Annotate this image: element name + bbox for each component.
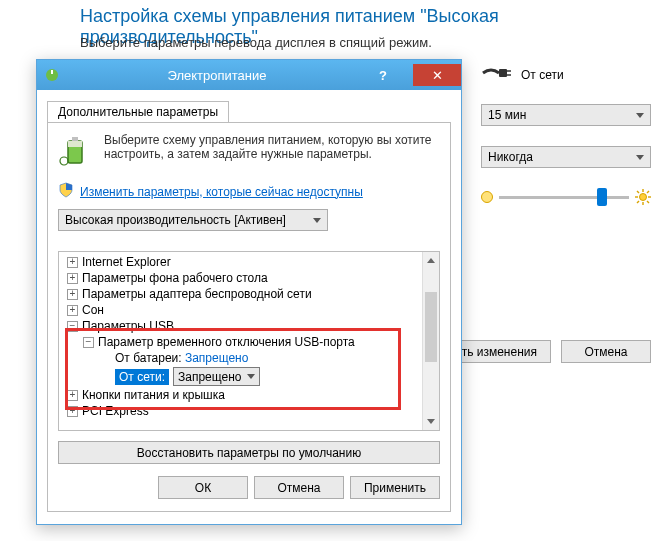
tree-item[interactable]: Параметры адаптера беспроводной сети (82, 287, 312, 301)
tree-scrollbar[interactable] (422, 252, 439, 430)
expander-plus[interactable]: + (67, 257, 78, 268)
scroll-up-button[interactable] (423, 252, 439, 269)
svg-rect-16 (68, 141, 82, 147)
settings-tree: +Internet Explorer +Параметры фона рабоч… (58, 251, 440, 431)
power-options-dialog: Электропитание ? ✕ Дополнительные параме… (36, 59, 462, 525)
scroll-down-button[interactable] (423, 413, 439, 430)
tree-item[interactable]: Параметры фона рабочего стола (82, 271, 268, 285)
tree-item[interactable]: PCI Express (82, 404, 149, 418)
cancel-page-button[interactable]: Отмена (561, 340, 651, 363)
svg-line-11 (637, 201, 639, 203)
power-scheme-combo[interactable]: Высокая производительность [Активен] (58, 209, 328, 231)
svg-rect-13 (51, 70, 53, 74)
svg-line-8 (637, 191, 639, 193)
tree-item[interactable]: Кнопки питания и крышка (82, 388, 225, 402)
battery-icon (58, 133, 94, 172)
svg-rect-0 (499, 69, 507, 77)
scroll-thumb[interactable] (425, 292, 437, 362)
power-source-text: От сети (521, 68, 564, 82)
dialog-titlebar: Электропитание ? ✕ (37, 60, 461, 90)
expander-plus[interactable]: + (67, 406, 78, 417)
expander-minus[interactable]: − (67, 321, 78, 332)
restore-defaults-button[interactable]: Восстановить параметры по умолчанию (58, 441, 440, 464)
dialog-intro: Выберите схему управления питанием, кото… (104, 133, 440, 172)
svg-rect-15 (72, 137, 78, 141)
plug-icon (481, 65, 513, 84)
svg-line-10 (647, 191, 649, 193)
plugged-in-label[interactable]: От сети: (115, 369, 169, 385)
brightness-high-icon (635, 189, 651, 205)
brightness-slider[interactable] (499, 188, 629, 206)
close-button[interactable]: ✕ (413, 64, 461, 86)
change-unavailable-link[interactable]: Изменить параметры, которые сейчас недос… (80, 185, 363, 199)
tree-item-usb[interactable]: Параметры USB (82, 319, 174, 333)
svg-point-3 (640, 194, 647, 201)
display-off-combo[interactable]: 15 мин (481, 104, 651, 126)
expander-plus[interactable]: + (67, 305, 78, 316)
ok-button[interactable]: ОК (158, 476, 248, 499)
expander-plus[interactable]: + (67, 390, 78, 401)
page-subtitle: Выберите параметры перевода дисплея в сп… (80, 35, 432, 50)
brightness-slider-row (481, 188, 651, 206)
tree-item[interactable]: Сон (82, 303, 104, 317)
brightness-thumb[interactable] (597, 188, 607, 206)
expander-plus[interactable]: + (67, 273, 78, 284)
on-battery-value[interactable]: Запрещено (185, 351, 248, 365)
apply-button[interactable]: Применить (350, 476, 440, 499)
on-battery-label[interactable]: От батареи: (115, 351, 182, 365)
cancel-button[interactable]: Отмена (254, 476, 344, 499)
plugged-in-value-combo[interactable]: Запрещено (173, 367, 260, 386)
tab-advanced[interactable]: Дополнительные параметры (47, 101, 229, 123)
sleep-after-combo[interactable]: Никогда (481, 146, 651, 168)
brightness-low-icon (481, 191, 493, 203)
tree-item[interactable]: Internet Explorer (82, 255, 171, 269)
expander-minus[interactable]: − (83, 337, 94, 348)
help-button[interactable]: ? (365, 64, 401, 86)
power-icon (43, 66, 61, 84)
shield-icon (58, 182, 74, 201)
tree-item-usb-suspend[interactable]: Параметр временного отключения USB-порта (98, 335, 355, 349)
dialog-title: Электропитание (69, 68, 365, 83)
svg-point-17 (60, 157, 68, 165)
expander-plus[interactable]: + (67, 289, 78, 300)
power-source-label: От сети (481, 65, 651, 84)
svg-line-9 (647, 201, 649, 203)
